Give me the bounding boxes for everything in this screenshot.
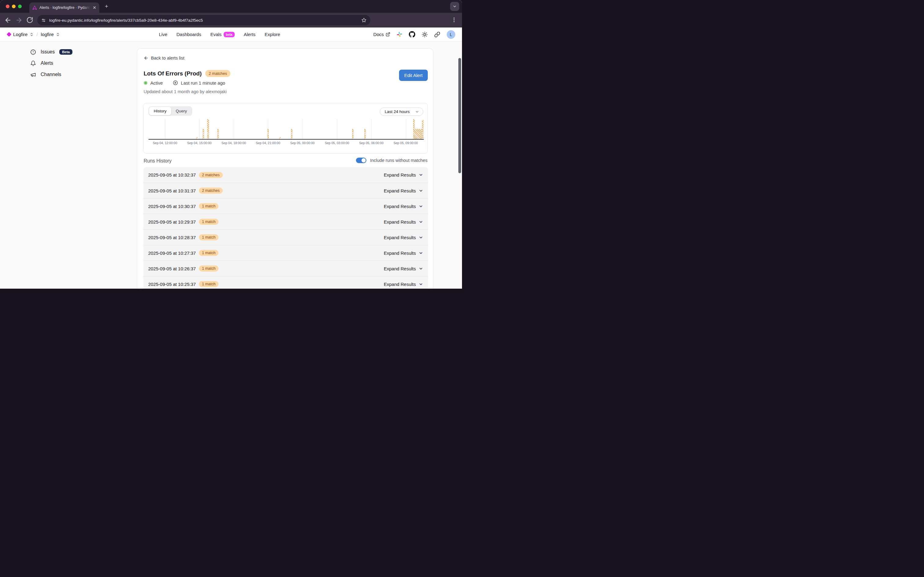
expand-results-button[interactable]: Expand Results [384,204,423,209]
runs-list: 2025-09-05 at 10:32:372 matchesExpand Re… [143,167,428,288]
alert-status-row: Active Last run 1 minute ago [144,80,225,85]
chevron-down-icon [415,110,419,114]
chevron-down-icon [419,189,423,193]
share-link-icon[interactable] [434,31,440,37]
chevron-down-icon [453,4,457,8]
time-range-select[interactable]: Last 24 hours [380,108,423,116]
expand-results-button[interactable]: Expand Results [384,235,423,240]
expand-results-button[interactable]: Expand Results [384,188,423,193]
edit-alert-button[interactable]: Edit Alert [399,69,428,81]
x-axis-tick-label: Sep 04, 18:00:00 [221,141,246,145]
run-matches-badge: 1 match [199,266,218,272]
chart-gridline [371,119,372,139]
alert-title: Lots Of Errors (Prod) [144,70,202,77]
runs-history-header: Runs History Include runs without matche… [144,158,428,165]
expand-results-label: Expand Results [384,219,416,224]
run-row: 2025-09-05 at 10:25:371 matchExpand Resu… [143,276,428,288]
chart-bar [422,120,424,139]
nav-right: Docs L [373,27,455,41]
include-runs-toggle[interactable] [356,158,366,163]
close-window-button[interactable] [6,5,10,8]
expand-results-button[interactable]: Expand Results [384,282,423,287]
project-select-chevrons-icon[interactable] [56,32,60,37]
chevron-down-icon [419,220,423,224]
page-body: IssuesBetaAlertsChannels Back to alerts … [0,42,462,288]
url-text[interactable]: logfire-eu.pydantic.info/logfire/logfire… [49,18,361,23]
x-axis-tick-label: Sep 05, 09:00:00 [393,141,418,145]
run-matches-badge: 1 match [199,234,218,240]
docs-link[interactable]: Docs [373,32,390,37]
run-row: 2025-09-05 at 10:30:371 matchExpand Resu… [143,198,428,214]
expand-results-button[interactable]: Expand Results [384,250,423,256]
back-label: Back to alerts list [151,56,185,60]
page-scrollbar-thumb[interactable] [458,58,461,173]
run-timestamp: 2025-09-05 at 10:32:37 [148,172,196,177]
tab-query[interactable]: Query [171,107,192,115]
tab-search-button[interactable] [450,2,459,11]
window-controls [6,5,22,8]
sidebar-item-alerts[interactable]: Alerts [30,59,134,68]
browser-toolbar: logfire-eu.pydantic.info/logfire/logfire… [0,13,462,27]
app-navbar: Logfire / logfire LiveDashboardsEvalsbet… [0,27,462,42]
zoom-window-button[interactable] [18,5,22,8]
tab-history[interactable]: History [149,107,171,115]
alert-detail-card: Back to alerts list Lots Of Errors (Prod… [137,48,433,288]
chart-bar [413,119,414,139]
chevron-down-icon [419,235,423,240]
reload-icon[interactable] [26,16,33,24]
minimize-window-button[interactable] [12,5,16,8]
x-axis-tick-label: Sep 04, 12:00:00 [153,141,177,145]
x-axis-tick-label: Sep 04, 15:00:00 [187,141,211,145]
back-to-alerts-link[interactable]: Back to alerts list [144,56,185,60]
new-tab-button[interactable]: + [105,3,108,10]
run-matches-badge: 1 match [199,219,218,225]
chart-gridline [337,119,337,139]
nav-link-live[interactable]: Live [159,32,168,37]
sidebar-item-issues[interactable]: IssuesBeta [30,48,134,56]
nav-link-dashboards[interactable]: Dashboards [177,32,202,37]
sidebar-item-channels[interactable]: Channels [30,70,134,79]
sidebar-beta-badge: Beta [59,49,73,55]
chart-bar [203,129,204,139]
run-timestamp: 2025-09-05 at 10:27:37 [148,250,196,256]
matches-bar-chart [153,119,424,139]
arrow-left-icon [144,56,148,60]
expand-results-label: Expand Results [384,188,416,193]
expand-results-button[interactable]: Expand Results [384,172,423,177]
chart-x-labels: Sep 04, 12:00:00Sep 04, 15:00:00Sep 04, … [153,141,424,145]
chart-gridline [165,119,165,139]
nav-link-label: Live [159,32,168,37]
nav-link-label: Explore [264,32,280,37]
run-row: 2025-09-05 at 10:28:371 matchExpand Resu… [143,229,428,245]
nav-link-alerts[interactable]: Alerts [244,32,255,37]
breadcrumb-separator: / [36,32,37,37]
browser-tab[interactable]: Alerts · logfire/logfire · Pydant ✕ [29,2,99,13]
bookmark-star-icon[interactable] [361,18,367,23]
slack-icon[interactable] [397,31,402,37]
chart-gridline [406,119,406,139]
chart-gridline [199,119,200,139]
expand-results-label: Expand Results [384,250,416,256]
github-icon[interactable] [409,31,415,37]
project-switcher[interactable]: logfire [41,32,54,37]
back-icon[interactable] [4,16,11,24]
megaphone-icon [30,72,36,77]
org-switcher[interactable]: Logfire [13,32,27,37]
site-settings-icon[interactable] [41,18,46,23]
forward-icon[interactable] [15,16,23,24]
nav-link-explore[interactable]: Explore [264,32,280,37]
run-matches-badge: 2 matches [199,172,223,178]
nav-link-evals[interactable]: Evalsbeta [210,32,234,37]
x-axis-tick-label: Sep 04, 21:00:00 [256,141,280,145]
browser-menu-icon[interactable] [451,17,457,23]
expand-results-button[interactable]: Expand Results [384,266,423,271]
chart-bar [291,129,292,139]
expand-results-button[interactable]: Expand Results [384,219,423,224]
user-avatar[interactable]: L [447,30,455,39]
updated-label: Updated about 1 month ago by alexmojaki [144,89,227,94]
org-select-chevrons-icon[interactable] [30,32,33,37]
tab-close-icon[interactable]: ✕ [93,5,96,10]
expand-results-label: Expand Results [384,172,416,177]
address-bar[interactable]: logfire-eu.pydantic.info/logfire/logfire… [37,15,370,25]
theme-toggle-sun-icon[interactable] [422,31,428,37]
